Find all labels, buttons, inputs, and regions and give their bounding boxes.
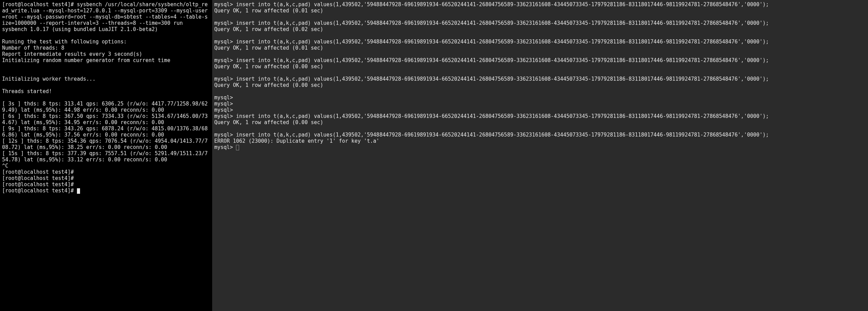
ctrl-c: ^C (2, 163, 8, 169)
report-line-3: [ 9s ] thds: 8 tps: 343.26 qps: 6878.24 … (2, 126, 208, 138)
report-line-5: [ 15s ] thds: 8 tps: 377.39 qps: 7557.51… (2, 150, 208, 163)
mysql-prompt: mysql> (214, 101, 233, 107)
threads-started: Threads started! (2, 88, 52, 94)
mysql-insert-6: mysql> insert into t(a,k,c,pad) values(1… (214, 113, 769, 119)
mysql-prompt: mysql> (214, 107, 233, 113)
mysql-ok-1: Query OK, 1 row affected (0.01 sec) (214, 8, 323, 14)
sysbench-banner: sysbench 1.0.17 (using bundled LuaJIT 2.… (2, 26, 158, 32)
options-rng: Initializing random number generator fro… (2, 57, 170, 63)
mysql-insert-3: mysql> insert into t(a,k,c,pad) values(1… (214, 39, 769, 45)
shell-prompt: [root@localhost test4]# (2, 188, 77, 194)
shell-prompt: [root@localhost test4]# (2, 181, 74, 188)
mysql-insert-1: mysql> insert into t(a,k,c,pad) values(1… (214, 1, 769, 8)
mysql-insert-4: mysql> insert into t(a,k,c,pad) values(1… (214, 57, 769, 63)
report-line-4: [ 12s ] thds: 8 tps: 354.36 qps: 7076.54… (2, 138, 208, 150)
mysql-ok-5: Query OK, 1 row affected (0.00 sec) (214, 82, 323, 88)
cursor-icon (77, 188, 80, 194)
mysql-ok-2: Query OK, 1 row affected (0.02 sec) (214, 26, 323, 32)
options-report: Report intermediate results every 3 seco… (2, 51, 142, 57)
mysql-insert-7: mysql> insert into t(a,k,c,pad) values(1… (214, 132, 769, 138)
right-terminal-pane[interactable]: mysql> insert into t(a,k,c,pad) values(1… (212, 0, 868, 311)
mysql-prompt: mysql> (214, 94, 233, 101)
report-line-1: [ 3s ] thds: 8 tps: 313.41 qps: 6306.25 … (2, 101, 208, 113)
shell-prompt: [root@localhost test4]# (2, 175, 74, 181)
mysql-ok-3: Query OK, 1 row affected (0.01 sec) (214, 45, 323, 51)
mysql-insert-5: mysql> insert into t(a,k,c,pad) values(1… (214, 76, 769, 82)
options-header: Running the test with following options: (2, 39, 127, 45)
left-terminal-pane[interactable]: [root@localhost test4]# sysbench /usr/lo… (0, 0, 212, 311)
options-threads: Number of threads: 8 (2, 45, 65, 51)
shell-prompt: [root@localhost test4]# (2, 169, 74, 175)
mysql-ok-4: Query OK, 1 row affected (0.00 sec) (214, 63, 323, 70)
mysql-error: ERROR 1062 (23000): Duplicate entry '1' … (214, 138, 379, 144)
shell-command: [root@localhost test4]# sysbench /usr/lo… (2, 1, 208, 26)
mysql-prompt: mysql> (214, 144, 236, 150)
init-workers: Initializing worker threads... (2, 76, 96, 82)
report-line-2: [ 6s ] thds: 8 tps: 367.50 qps: 7334.33 … (2, 113, 208, 126)
cursor-outline-icon (236, 145, 239, 150)
mysql-insert-2: mysql> insert into t(a,k,c,pad) values(1… (214, 20, 769, 26)
mysql-ok-6: Query OK, 1 row affected (0.00 sec) (214, 119, 323, 126)
